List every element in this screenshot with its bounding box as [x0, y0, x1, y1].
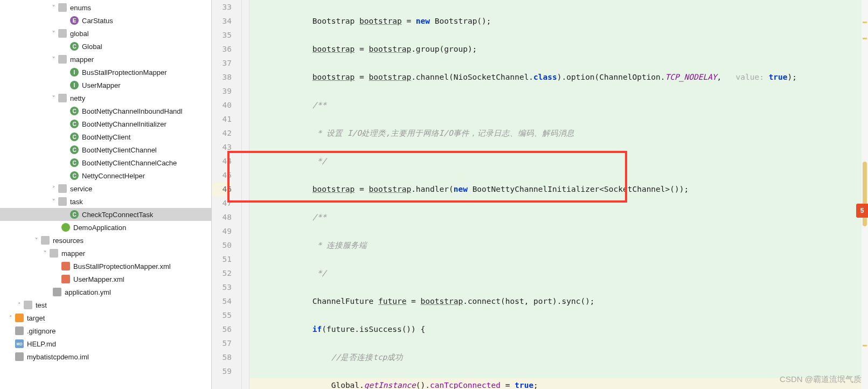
tree-label: CheckTcpConnectTask: [82, 211, 153, 219]
folder-icon: [58, 3, 67, 12]
folder-icon: [58, 184, 67, 193]
code-line[interactable]: * 设置 I/O处理类,主要用于网络I/O事件，记录日志、编码、解码消息: [249, 126, 868, 140]
chevron-right-icon: ˃: [6, 315, 15, 322]
code-line[interactable]: bootstrap = bootstrap.group(group);: [249, 42, 868, 56]
tree-label: target: [27, 314, 45, 322]
tree-label: CarStatus: [82, 17, 113, 25]
tree-item-mapper[interactable]: ˅mapper: [0, 53, 211, 66]
code-line[interactable]: */: [249, 266, 868, 280]
tree-item-carstatus[interactable]: ECarStatus: [0, 14, 211, 27]
tree-item-busstall-xml[interactable]: BusStallProptectionMapper.xml: [0, 260, 211, 273]
line-number: 52: [212, 266, 232, 280]
tree-item-demo-app[interactable]: DemoApplication: [0, 221, 211, 234]
tree-label: mapper: [61, 249, 85, 258]
line-number: 43: [212, 140, 232, 154]
tree-item-test[interactable]: ˃test: [0, 298, 211, 311]
gutter: 33 34 35 36 37 38 39 40 41 42 43 44 45 4…: [212, 0, 242, 389]
code-line[interactable]: Bootstrap bootstrap = new Bootstrap();: [249, 14, 868, 28]
code-line[interactable]: if(future.isSuccess()) {: [249, 322, 868, 336]
tree-item-check-tcp[interactable]: CCheckTcpConnectTask: [0, 208, 211, 221]
tree-label: BootNettyChannelInitializer: [82, 120, 166, 128]
csdn-watermark: CSDN @霸道流氓气质: [780, 374, 862, 385]
folder-icon: [58, 94, 67, 102]
line-number: 59: [212, 364, 232, 378]
tree-item-resources[interactable]: ˅resources: [0, 234, 211, 247]
tree-item-gitignore[interactable]: .gitignore: [0, 324, 211, 337]
line-number: 47: [212, 196, 232, 210]
line-number: 56: [212, 322, 232, 336]
code-line[interactable]: //是否连接tcp成功: [249, 350, 868, 364]
tree-item-mapper-res[interactable]: ˅mapper: [0, 247, 211, 260]
line-number: 37: [212, 56, 232, 70]
class-icon: C: [70, 171, 79, 180]
md-icon: MD: [15, 339, 24, 348]
line-number: 38: [212, 70, 232, 84]
tree-item-global[interactable]: ˅global: [0, 27, 211, 40]
tree-item-app-yml[interactable]: application.yml: [0, 286, 211, 298]
folder-icon: [58, 197, 67, 206]
tree-label: resources: [53, 237, 84, 245]
tree-item-netty-connect[interactable]: CNettyConnectHelper: [0, 169, 211, 182]
chevron-down-icon: ˅: [50, 198, 58, 205]
tree-label: BootNettyClientChannel: [82, 146, 157, 154]
chevron-down-icon: ˅: [32, 237, 41, 244]
tree-item-enums[interactable]: ˅enums: [0, 1, 211, 14]
tree-item-boot-init[interactable]: CBootNettyChannelInitializer: [0, 117, 211, 130]
code-area[interactable]: Bootstrap bootstrap = new Bootstrap(); b…: [249, 0, 868, 389]
line-number: 57: [212, 336, 232, 350]
spring-icon: [61, 223, 70, 232]
tree-item-boot-client-ch-cache[interactable]: CBootNettyClientChannelCache: [0, 156, 211, 169]
tree-item-task[interactable]: ˅task: [0, 195, 211, 208]
tree-label: Global: [82, 43, 102, 51]
chevron-down-icon: ˅: [50, 56, 58, 63]
enum-icon: E: [70, 16, 79, 25]
tree-item-global-class[interactable]: CGlobal: [0, 40, 211, 53]
tree-item-busstall-mapper[interactable]: IBusStallProptectionMapper: [0, 66, 211, 79]
line-number: 41: [212, 112, 232, 126]
file-icon: [15, 327, 24, 335]
tree-item-netty[interactable]: ˅netty: [0, 92, 211, 105]
project-tree[interactable]: ˅enums ECarStatus ˅global CGlobal ˅mappe…: [0, 0, 212, 389]
file-icon: [15, 352, 24, 361]
xml-icon: [61, 275, 70, 283]
class-icon: C: [70, 145, 79, 154]
line-number: 34: [212, 14, 232, 28]
tree-item-user-mapper[interactable]: IUserMapper: [0, 79, 211, 92]
tree-item-target[interactable]: ˃target: [0, 311, 211, 324]
line-number: 58: [212, 350, 232, 364]
scrollbar-mark: [863, 22, 867, 23]
tree-label: netty: [70, 94, 85, 102]
line-number: 39: [212, 84, 232, 98]
chevron-right-icon: ˃: [50, 185, 58, 192]
code-line[interactable]: /**: [249, 210, 868, 224]
tree-label: mybatistcpdemo.iml: [27, 353, 89, 361]
code-editor[interactable]: 33 34 35 36 37 38 39 40 41 42 43 44 45 4…: [212, 0, 868, 389]
code-line[interactable]: bootstrap = bootstrap.handler(new BootNe…: [249, 182, 868, 196]
html5-badge-icon: 5: [856, 204, 868, 218]
tree-item-boot-client-ch[interactable]: CBootNettyClientChannel: [0, 143, 211, 156]
line-number: 54: [212, 294, 232, 308]
tree-item-mybatis-iml[interactable]: mybatistcpdemo.iml: [0, 350, 211, 363]
code-line[interactable]: * 连接服务端: [249, 238, 868, 252]
folder-icon: [41, 236, 50, 245]
code-line[interactable]: ChannelFuture future = bootstrap.connect…: [249, 294, 868, 308]
code-line[interactable]: */: [249, 154, 868, 168]
tree-item-usermapper-xml[interactable]: UserMapper.xml: [0, 273, 211, 286]
tree-label: .gitignore: [27, 327, 55, 335]
code-line[interactable]: bootstrap = bootstrap.channel(NioSocketC…: [249, 70, 868, 84]
editor-scrollbar[interactable]: [862, 0, 868, 389]
tree-label: NettyConnectHelper: [82, 172, 145, 180]
tree-item-service[interactable]: ˃service: [0, 182, 211, 195]
tree-label: DemoApplication: [73, 224, 126, 232]
tree-label: BootNettyClient: [82, 133, 130, 141]
tree-label: enums: [70, 4, 91, 12]
tree-item-boot-client[interactable]: CBootNettyClient: [0, 130, 211, 143]
code-line-current[interactable]: Global.getInstance().canTcpConnected = t…: [249, 378, 868, 389]
tree-item-help-md[interactable]: MDHELP.md: [0, 337, 211, 350]
tree-item-boot-inbound[interactable]: CBootNettyChannelInboundHandl: [0, 105, 211, 117]
class-icon: C: [70, 107, 79, 115]
class-icon: C: [70, 42, 79, 51]
scrollbar-mark: [863, 38, 867, 39]
folder-icon: [15, 314, 24, 322]
code-line[interactable]: /**: [249, 98, 868, 112]
